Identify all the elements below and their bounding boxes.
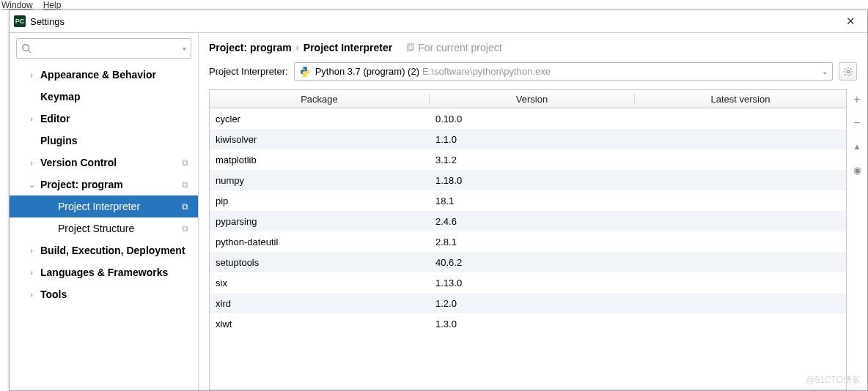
table-row[interactable]: cycler0.10.0 xyxy=(210,108,846,129)
sidebar-item-editor[interactable]: ›Editor⧉ xyxy=(10,108,198,130)
chevron-icon: › xyxy=(23,268,40,277)
cell-ver: 18.1 xyxy=(430,196,635,206)
table-row[interactable]: numpy1.18.0 xyxy=(210,170,846,190)
interpreter-path: E:\software\python\python.exe xyxy=(422,66,551,77)
packages-table: Package Version Latest version cycler0.1… xyxy=(209,89,847,390)
window-title: Settings xyxy=(30,16,65,27)
cell-ver: 1.3.0 xyxy=(430,319,635,329)
sidebar-item-label: Keymap xyxy=(40,91,192,103)
copy-icon xyxy=(405,43,415,53)
sidebar-item-label: Plugins xyxy=(40,135,192,146)
sidebar-item-tools[interactable]: ›Tools⧉ xyxy=(10,283,198,305)
cell-pkg: numpy xyxy=(210,175,430,186)
interpreter-label: Project Interpreter: xyxy=(209,66,288,77)
cell-ver: 1.2.0 xyxy=(430,298,635,309)
sidebar-item-appearance-behavior[interactable]: ›Appearance & Behavior⧉ xyxy=(10,64,198,86)
upgrade-package-button[interactable]: ▲ xyxy=(850,139,864,154)
cell-ver: 1.18.0 xyxy=(430,175,635,186)
cell-pkg: xlwt xyxy=(210,319,430,329)
sidebar-item-languages-frameworks[interactable]: ›Languages & Frameworks⧉ xyxy=(10,261,198,283)
cell-pkg: matplotlib xyxy=(210,154,430,165)
cell-ver: 40.6.2 xyxy=(430,257,635,268)
settings-tree: ›Appearance & Behavior⧉Keymap⧉›Editor⧉Pl… xyxy=(10,64,198,390)
chevron-icon: › xyxy=(23,246,40,255)
table-row[interactable]: matplotlib3.1.2 xyxy=(210,149,846,170)
cell-pkg: kiwisolver xyxy=(210,134,430,145)
interpreter-row: Project Interpreter: Python 3.7 (program… xyxy=(199,62,867,89)
gear-button[interactable] xyxy=(839,62,857,81)
cell-pkg: python-dateutil xyxy=(210,237,430,247)
close-icon[interactable]: ✕ xyxy=(839,13,863,29)
table-row[interactable]: six1.13.0 xyxy=(210,272,846,293)
table-row[interactable]: pyparsing2.4.6 xyxy=(210,211,846,231)
table-header: Package Version Latest version xyxy=(210,90,846,108)
cell-ver: 1.1.0 xyxy=(430,134,635,145)
project-scope-icon: ⧉ xyxy=(182,223,192,234)
background-menubar: Window Help xyxy=(0,0,61,10)
sidebar-item-version-control[interactable]: ›Version Control⧉ xyxy=(10,152,198,174)
titlebar: PC Settings ✕ xyxy=(10,10,867,33)
table-row[interactable]: setuptools40.6.2 xyxy=(210,252,846,272)
table-row[interactable]: xlrd1.2.0 xyxy=(210,293,846,313)
cell-pkg: xlrd xyxy=(210,298,430,309)
menu-item: Window xyxy=(1,0,33,10)
cell-pkg: six xyxy=(210,278,430,288)
sidebar-item-label: Editor xyxy=(40,113,192,124)
interpreter-name: Python 3.7 (program) (2) xyxy=(315,66,419,77)
breadcrumb-root: Project: program xyxy=(209,42,292,53)
sidebar-item-build-execution-deployment[interactable]: ›Build, Execution, Deployment⧉ xyxy=(10,239,198,261)
sidebar-item-label: Tools xyxy=(40,288,192,300)
sidebar-item-keymap[interactable]: Keymap⧉ xyxy=(10,86,198,108)
project-scope-icon: ⧉ xyxy=(182,157,192,168)
sidebar-item-label: Appearance & Behavior xyxy=(40,69,192,81)
table-row[interactable]: python-dateutil2.8.1 xyxy=(210,231,846,252)
settings-window: PC Settings ✕ ▾ ›Appearance & Behavior⧉K… xyxy=(9,10,868,391)
chevron-icon: › xyxy=(23,70,40,79)
sidebar-item-project-structure[interactable]: Project Structure⧉ xyxy=(10,217,198,239)
sidebar-item-label: Project Interpreter xyxy=(58,201,182,212)
chevron-icon: › xyxy=(23,290,40,299)
chevron-right-icon: › xyxy=(296,42,299,53)
table-row[interactable]: xlwt1.3.0 xyxy=(210,313,846,334)
search-field[interactable] xyxy=(34,43,183,54)
interpreter-select[interactable]: Python 3.7 (program) (2) E:\software\pyt… xyxy=(294,62,833,81)
project-scope-icon: ⧉ xyxy=(182,201,192,212)
sidebar-item-project-program[interactable]: ⌄Project: program⧉ xyxy=(10,174,198,196)
cell-pkg: cycler xyxy=(210,113,430,124)
sidebar-item-label: Project Structure xyxy=(58,223,182,234)
table-row[interactable]: pip18.1 xyxy=(210,190,846,211)
show-early-releases-button[interactable]: ◉ xyxy=(850,163,864,177)
cell-ver: 2.4.6 xyxy=(430,216,635,227)
search-icon xyxy=(21,43,32,53)
search-input[interactable]: ▾ xyxy=(16,38,191,59)
table-row[interactable]: kiwisolver1.1.0 xyxy=(210,129,846,149)
cell-ver: 2.8.1 xyxy=(430,237,635,247)
svg-point-0 xyxy=(23,45,29,51)
sidebar-item-label: Build, Execution, Deployment xyxy=(40,245,192,256)
breadcrumb-leaf: Project Interpreter xyxy=(304,42,392,53)
watermark: @51CTO博客 xyxy=(806,374,861,387)
pycharm-icon: PC xyxy=(14,15,26,27)
sidebar-item-project-interpreter[interactable]: Project Interpreter⧉ xyxy=(10,196,198,217)
breadcrumb: Project: program › Project Interpreter F… xyxy=(199,33,867,62)
chevron-down-icon: ▾ xyxy=(183,45,186,53)
sidebar-item-label: Project: program xyxy=(40,179,182,190)
add-package-button[interactable]: + xyxy=(850,92,864,107)
cell-pkg: pip xyxy=(210,196,430,206)
col-package[interactable]: Package xyxy=(210,94,430,105)
cell-ver: 0.10.0 xyxy=(430,113,635,124)
svg-line-1 xyxy=(29,51,32,53)
cell-ver: 1.13.0 xyxy=(430,278,635,288)
menu-item: Help xyxy=(43,0,62,10)
col-version[interactable]: Version xyxy=(430,94,635,105)
remove-package-button[interactable]: − xyxy=(850,116,864,130)
cell-pkg: setuptools xyxy=(210,257,430,268)
chevron-down-icon: ⌄ xyxy=(822,67,828,75)
col-latest[interactable]: Latest version xyxy=(635,94,846,105)
sidebar-item-plugins[interactable]: Plugins⧉ xyxy=(10,130,198,152)
sidebar-item-label: Version Control xyxy=(40,157,182,168)
project-scope-icon: ⧉ xyxy=(182,179,192,190)
settings-sidebar: ▾ ›Appearance & Behavior⧉Keymap⧉›Editor⧉… xyxy=(10,33,199,390)
chevron-icon: › xyxy=(23,114,40,123)
sidebar-item-label: Languages & Frameworks xyxy=(40,267,192,278)
